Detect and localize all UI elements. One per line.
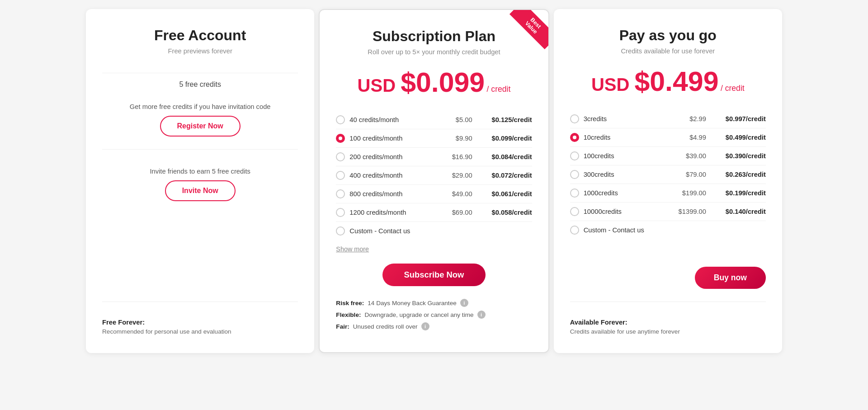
register-now-button[interactable]: Register Now [160,116,241,137]
guarantee-flexible: Flexible: Downgrade, upgrade or cancel a… [336,311,532,319]
option-price-1200: $69.00 [450,209,472,216]
option-label-200: 200 credits/month [349,153,445,160]
payg-option-10[interactable]: 10credits $4.99 $0.499/credit [570,128,766,147]
option-price-100credits: $39.00 [684,152,706,160]
option-price-800: $49.00 [450,190,472,198]
payg-option-1000[interactable]: 1000credits $199.00 $0.199/credit [570,184,766,203]
payg-per: / credit [721,84,745,93]
fair-label: Fair: [336,323,349,330]
option-label-40: 40 credits/month [349,116,445,123]
fair-info-icon[interactable]: i [421,322,429,330]
subscribe-now-button[interactable]: Subscribe Now [382,264,486,286]
subscription-option-400[interactable]: 400 credits/month $29.00 $0.072/credit [336,166,532,185]
divider-1 [102,73,298,73]
radio-300credits [570,170,579,179]
option-price-100: $9.90 [450,135,472,142]
option-price-400: $29.00 [450,172,472,179]
free-credits-text: 5 free credits [102,80,298,89]
guarantee-risk-free: Risk free: 14 Days Money Back Guarantee … [336,299,532,307]
option-label-400: 400 credits/month [349,172,445,179]
divider-3 [102,302,298,302]
subscription-option-1200[interactable]: 1200 credits/month $69.00 $0.058/credit [336,203,532,222]
option-per-credit-3credits: $0.997/credit [716,115,766,123]
subscription-card: Best Value Subscription Plan Roll over u… [319,9,549,353]
invite-now-button[interactable]: Invite Now [165,180,236,201]
option-per-credit-10000credits: $0.140/credit [716,208,766,215]
subscription-card-subtitle: Roll over up to 5× your monthly credit b… [336,48,532,56]
payg-option-300[interactable]: 300credits $79.00 $0.263/credit [570,165,766,184]
free-footer-desc: Recommended for personal use and evaluat… [102,328,298,335]
payg-card-subtitle: Credits available for use forever [570,47,766,55]
option-price-300credits: $79.00 [684,171,706,178]
subscription-option-100[interactable]: 100 credits/month $9.90 $0.099/credit [336,129,532,148]
payg-price-display: USD $0.499 / credit [570,66,766,97]
subscription-option-custom[interactable]: Custom - Contact us [336,222,532,240]
free-card-subtitle: Free previews forever [102,47,298,55]
subscription-option-40[interactable]: 40 credits/month $5.00 $0.125/credit [336,111,532,129]
risk-free-info-icon[interactable]: i [460,299,468,307]
payg-divider [570,302,766,302]
option-label-10credits: 10credits [584,134,679,141]
payg-card-footer: Available Forever: Credits available for… [570,309,766,335]
flexible-info-icon[interactable]: i [477,311,486,319]
option-label-custom-payg: Custom - Contact us [584,226,679,234]
option-label-100credits: 100credits [584,152,679,160]
payg-amount: $0.499 [635,66,719,97]
option-price-200: $16.90 [450,153,472,160]
option-label-800: 800 credits/month [349,190,445,198]
payg-currency: USD [591,75,635,94]
payg-option-100[interactable]: 100credits $39.00 $0.390/credit [570,147,766,165]
option-price-40: $5.00 [450,116,472,123]
option-per-credit-200: $0.084/credit [482,153,532,160]
payg-option-10000[interactable]: 10000credits $1399.00 $0.140/credit [570,203,766,221]
buy-now-button[interactable]: Buy now [695,267,766,289]
subscription-card-title: Subscription Plan [336,28,532,45]
subscription-options-list: 40 credits/month $5.00 $0.125/credit 100… [336,111,532,240]
earn-credits-text: Invite friends to earn 5 free credits [102,168,298,175]
subscription-amount: $0.099 [401,67,485,98]
option-price-10000credits: $1399.00 [679,208,706,215]
payg-footer-desc: Credits available for use anytime foreve… [570,328,766,335]
radio-10credits [570,133,579,142]
option-price-10credits: $4.99 [684,134,706,141]
payg-options-list: 3credits $2.99 $0.997/credit 10credits $… [570,110,766,239]
radio-800 [336,189,345,198]
divider-2 [102,149,298,150]
option-per-credit-1200: $0.058/credit [482,209,532,216]
radio-3credits [570,114,579,123]
best-value-badge: Best Value [508,10,548,51]
radio-40 [336,115,345,124]
option-price-3credits: $2.99 [684,115,706,123]
option-label-custom-sub: Custom - Contact us [349,227,445,235]
option-label-1000credits: 1000credits [584,189,678,197]
option-price-1000credits: $199.00 [682,189,706,197]
option-per-credit-100credits: $0.390/credit [716,152,766,160]
subscription-per: / credit [487,85,511,94]
subscription-option-200[interactable]: 200 credits/month $16.90 $0.084/credit [336,148,532,166]
radio-200 [336,152,345,161]
flexible-text: Downgrade, upgrade or cancel any time [364,311,473,318]
pricing-container: Free Account Free previews forever 5 fre… [86,9,782,353]
radio-100credits [570,151,579,160]
show-more-link[interactable]: Show more [336,245,532,253]
option-per-credit-100: $0.099/credit [482,135,532,142]
subscription-option-800[interactable]: 800 credits/month $49.00 $0.061/credit [336,185,532,203]
payg-option-3[interactable]: 3credits $2.99 $0.997/credit [570,110,766,128]
subscription-price-display: USD $0.099 / credit [336,66,532,98]
risk-free-text: 14 Days Money Back Guarantee [368,300,456,306]
option-per-credit-800: $0.061/credit [482,190,532,198]
subscription-currency: USD [358,75,401,95]
payg-option-custom[interactable]: Custom - Contact us [570,221,766,239]
invite-code-text: Get more free credits if you have invita… [102,103,298,110]
best-value-ribbon: Best Value [509,10,548,49]
fair-text: Unused credits roll over [353,323,418,330]
guarantees-section: Risk free: 14 Days Money Back Guarantee … [336,299,532,334]
option-label-1200: 1200 credits/month [349,209,445,216]
option-label-300credits: 300credits [584,171,679,178]
radio-100 [336,134,345,143]
option-per-credit-400: $0.072/credit [482,172,532,179]
payg-footer-label: Available Forever: [570,319,627,326]
free-card-footer: Free Forever: Recommended for personal u… [102,309,298,335]
radio-1200 [336,208,345,217]
option-label-3credits: 3credits [584,115,679,123]
